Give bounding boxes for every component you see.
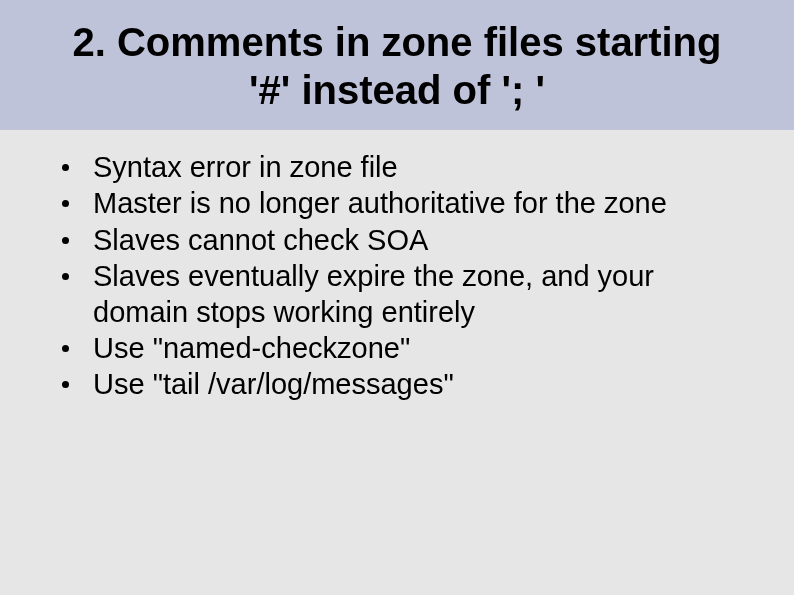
bullet-icon <box>62 164 69 171</box>
bullet-list: Syntax error in zone file Master is no l… <box>58 150 754 403</box>
list-item: Slaves cannot check SOA <box>58 223 754 258</box>
list-item: Slaves eventually expire the zone, and y… <box>58 259 754 330</box>
bullet-text: Use "named-checkzone" <box>93 331 754 366</box>
list-item: Use "tail /var/log/messages" <box>58 367 754 402</box>
list-item: Syntax error in zone file <box>58 150 754 185</box>
bullet-icon <box>62 381 69 388</box>
title-band: 2. Comments in zone files starting '#' i… <box>0 0 794 130</box>
bullet-text: Slaves eventually expire the zone, and y… <box>93 259 754 330</box>
bullet-icon <box>62 273 69 280</box>
slide-title: 2. Comments in zone files starting '#' i… <box>60 18 734 114</box>
bullet-text: Syntax error in zone file <box>93 150 754 185</box>
list-item: Use "named-checkzone" <box>58 331 754 366</box>
bullet-text: Master is no longer authoritative for th… <box>93 186 754 221</box>
body-area: Syntax error in zone file Master is no l… <box>0 130 794 595</box>
bullet-icon <box>62 345 69 352</box>
slide: 2. Comments in zone files starting '#' i… <box>0 0 794 595</box>
bullet-icon <box>62 200 69 207</box>
bullet-text: Slaves cannot check SOA <box>93 223 754 258</box>
bullet-text: Use "tail /var/log/messages" <box>93 367 754 402</box>
list-item: Master is no longer authoritative for th… <box>58 186 754 221</box>
bullet-icon <box>62 237 69 244</box>
